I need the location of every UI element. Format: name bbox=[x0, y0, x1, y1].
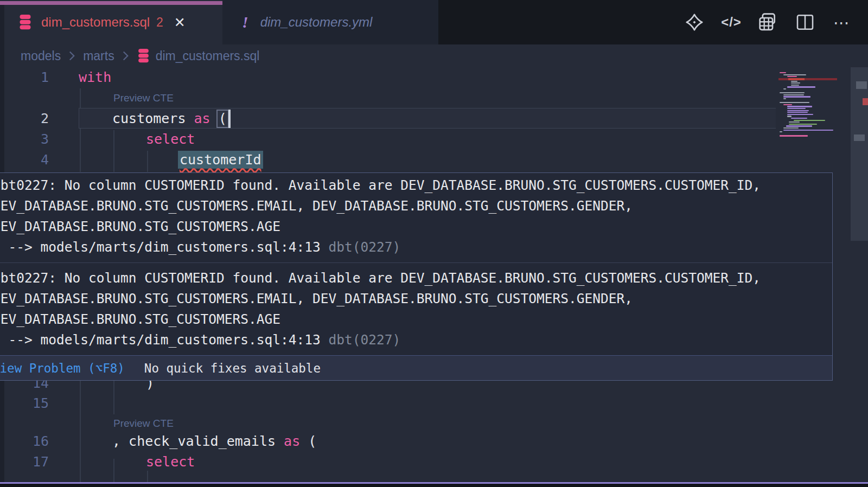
overview-ruler-marker bbox=[856, 81, 867, 89]
database-icon bbox=[137, 48, 150, 63]
minimap-code-line bbox=[787, 86, 815, 87]
chevron-right-icon bbox=[122, 50, 129, 61]
diagnostic-message: dbt0227: No column CUSTOMERID found. Ava… bbox=[0, 175, 761, 196]
diagnostic-message: DEV_DATABASE.BRUNO.STG_CUSTOMERS.EMAIL, … bbox=[0, 289, 633, 309]
identifier: , check_valid_emails bbox=[112, 433, 284, 449]
diagnostic-message: DEV_DATABASE.BRUNO.STG_CUSTOMERS.EMAIL, … bbox=[0, 196, 633, 216]
indent-guide bbox=[80, 88, 81, 172]
keyword: with bbox=[79, 69, 111, 85]
diagnostic-message: dbt0227: No column CUSTOMERID found. Ava… bbox=[0, 268, 761, 289]
breadcrumb-marts[interactable]: marts bbox=[83, 49, 114, 63]
tab-dim-customers-yml[interactable]: ! dim_customers.yml bbox=[222, 0, 438, 44]
more-actions-icon[interactable]: ⋯ bbox=[831, 11, 853, 33]
matched-bracket: ( bbox=[216, 110, 229, 128]
code-line-17[interactable]: select bbox=[146, 452, 195, 472]
close-icon[interactable]: ✕ bbox=[174, 15, 186, 30]
minimap-code-line bbox=[787, 116, 792, 117]
breadcrumb: models marts dim_customers.sql bbox=[0, 44, 868, 67]
hover-status-bar: View Problem (⌥F8) No quick fixes availa… bbox=[0, 355, 832, 380]
minimap-code-line bbox=[783, 130, 833, 131]
minimap-code-line bbox=[783, 74, 806, 75]
compiled-code-icon[interactable]: </> bbox=[720, 11, 742, 33]
code-line-1[interactable]: with bbox=[79, 67, 111, 88]
breadcrumb-file[interactable]: dim_customers.sql bbox=[156, 49, 260, 63]
minimap-code-line bbox=[787, 114, 813, 115]
chevron-right-icon bbox=[68, 50, 75, 61]
dbt-power-user-icon[interactable] bbox=[684, 11, 705, 33]
line-number[interactable]: 3 bbox=[0, 129, 49, 150]
code-line-2[interactable]: customers as ( bbox=[112, 108, 229, 129]
editor-actions: </> ⋯ bbox=[684, 0, 853, 44]
identifier: customers bbox=[112, 111, 194, 126]
minimap-code-line bbox=[787, 76, 797, 77]
minimap-code-line bbox=[780, 102, 809, 103]
indent-guide bbox=[113, 381, 114, 414]
line-number[interactable]: 4 bbox=[0, 150, 49, 170]
diagnostic-separator bbox=[0, 262, 832, 263]
indent-guide bbox=[113, 130, 114, 172]
minimap-code-line bbox=[794, 120, 825, 121]
minimap-error-line bbox=[778, 78, 837, 80]
split-editor-icon[interactable] bbox=[794, 11, 816, 33]
breadcrumb-models[interactable]: models bbox=[21, 49, 61, 63]
diagnostic-source bbox=[321, 332, 329, 348]
minimap-code-line bbox=[787, 106, 812, 107]
text-cursor bbox=[228, 110, 231, 128]
codelens-preview-cte[interactable]: Preview CTE bbox=[113, 92, 174, 104]
minimap-code-line bbox=[787, 112, 808, 113]
line-number[interactable]: 16 bbox=[0, 431, 49, 452]
indent-guide bbox=[113, 459, 114, 483]
indent-guide bbox=[147, 151, 148, 172]
minimap-code-line bbox=[783, 94, 804, 95]
code-editor[interactable]: 1 2 3 4 with Preview CTE customers as ( … bbox=[0, 67, 868, 483]
minimap-code-line bbox=[780, 72, 786, 73]
diagnostic-message: DEV_DATABASE.BRUNO.STG_CUSTOMERS.AGE bbox=[0, 216, 280, 237]
tab-label: dim_customers.yml bbox=[260, 15, 373, 30]
overview-ruler-marker bbox=[854, 134, 865, 141]
minimap-code-line bbox=[791, 118, 807, 119]
minimap-code-line bbox=[780, 135, 808, 136]
diagnostic-source: dbt(0227) bbox=[329, 239, 401, 255]
code-line-16[interactable]: , check_valid_emails as ( bbox=[112, 431, 316, 452]
minimap-code-line bbox=[791, 82, 800, 84]
line-number[interactable]: 1 bbox=[0, 67, 49, 88]
line-number[interactable]: 2 bbox=[0, 108, 49, 129]
line-number[interactable]: 15 bbox=[0, 393, 49, 414]
minimap-code-line bbox=[789, 121, 800, 123]
minimap-code-line bbox=[787, 110, 809, 111]
minimap-code-line bbox=[783, 104, 792, 105]
line-number[interactable]: 17 bbox=[0, 452, 49, 472]
keyword: as bbox=[194, 111, 210, 126]
code-line-3[interactable]: select bbox=[146, 129, 195, 150]
minimap-code-line bbox=[783, 96, 810, 97]
scrollbar bbox=[851, 67, 868, 483]
minimap-code-line bbox=[783, 127, 799, 129]
problem-hover-panel: dbt0227: No column CUSTOMERID found. Ava… bbox=[0, 172, 833, 381]
overview-ruler-marker bbox=[863, 98, 868, 105]
diagnostic-location: --> models/marts/dim_customers.sql:4:13 … bbox=[0, 330, 400, 350]
indent-guide bbox=[80, 381, 81, 483]
indent-guide bbox=[147, 471, 148, 483]
query-results-icon[interactable] bbox=[757, 11, 779, 33]
tab-problem-badge: 2 bbox=[156, 15, 163, 30]
tab-label: dim_customers.sql bbox=[41, 15, 150, 30]
minimap-code-line bbox=[789, 124, 817, 125]
editor-window: dim_customers.sql 2 ✕ ! dim_customers.ym… bbox=[0, 0, 868, 487]
view-problem-link[interactable]: View Problem (⌥F8) bbox=[0, 361, 125, 375]
minimap-code-line bbox=[786, 125, 812, 126]
scrollbar-slider[interactable] bbox=[851, 67, 868, 241]
tab-bar: dim_customers.sql 2 ✕ ! dim_customers.ym… bbox=[0, 0, 868, 44]
minimap-code-line bbox=[780, 131, 782, 132]
codelens-preview-cte[interactable]: Preview CTE bbox=[113, 418, 174, 430]
code-line-4[interactable]: customerId bbox=[178, 150, 263, 170]
minimap-code-line bbox=[791, 85, 799, 86]
minimap-code-line bbox=[783, 98, 786, 99]
tab-dim-customers-sql[interactable]: dim_customers.sql 2 ✕ bbox=[0, 0, 222, 44]
keyword: select bbox=[146, 454, 195, 470]
database-icon bbox=[18, 14, 33, 30]
diagnostic-source bbox=[321, 239, 329, 255]
window-bottom-edge bbox=[0, 484, 868, 487]
bracket: ( bbox=[300, 433, 316, 449]
minimap-code-line bbox=[780, 92, 805, 93]
keyword: as bbox=[284, 433, 300, 449]
